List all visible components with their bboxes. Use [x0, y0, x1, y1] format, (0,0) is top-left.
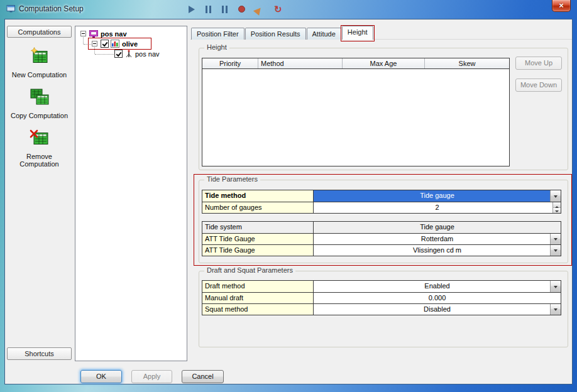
app-icon	[6, 4, 16, 16]
tab-height[interactable]: Height	[342, 26, 373, 40]
tabstrip: Position Filter Position Results Attitud…	[191, 26, 374, 40]
pause-icon	[222, 6, 228, 13]
manual-draft-row: Manual draft 0.000	[202, 292, 561, 303]
number-of-gauges-row: Number of gauges 2	[202, 202, 561, 213]
draft-method-value: Enabled	[424, 282, 449, 290]
titlebar[interactable]: Computation Setup ↻ ×	[0, 0, 577, 19]
tree-root-label: pos nav	[101, 30, 127, 38]
squat-method-dropdown[interactable]: Disabled	[314, 304, 561, 315]
draft-group-label: Draft and Squat Parameters	[204, 266, 295, 274]
tide-group-label: Tide Parameters	[204, 175, 260, 183]
collapse-icon[interactable]	[92, 41, 97, 46]
draft-table: Draft method Enabled Manual draft 0.000	[202, 280, 561, 315]
chevron-down-icon[interactable]	[550, 190, 561, 202]
background-toolbar-icons: ↻	[189, 4, 282, 14]
tide-system-header-row: Tide system Tide gauge	[202, 222, 561, 233]
att-tide-gauge-value-1: Rotterdam	[421, 235, 453, 242]
tide-system-value: Tide gauge	[314, 222, 561, 233]
col-method[interactable]: Method	[258, 58, 343, 68]
draft-method-dropdown[interactable]: Enabled	[314, 281, 561, 292]
move-down-button[interactable]: Move Down	[515, 79, 562, 92]
new-computation-button[interactable]: New Computation	[7, 46, 72, 79]
tide-system-label: Tide system	[202, 222, 314, 233]
computation-setup-dialog: Computation Setup ↻ × Computations	[0, 0, 577, 392]
manual-draft-field[interactable]: 0.000	[314, 293, 561, 303]
copy-computation-icon	[29, 99, 50, 110]
tab-height-label: Height	[348, 28, 368, 36]
height-table-body[interactable]	[202, 69, 510, 166]
olive-icon	[111, 40, 119, 50]
tide-method-dropdown[interactable]: Tide gauge	[314, 190, 561, 202]
manual-draft-value: 0.000	[429, 294, 446, 302]
draft-squat-group: Draft and Squat Parameters Draft method …	[199, 271, 568, 347]
col-max-age[interactable]: Max Age	[343, 58, 425, 68]
squat-method-row: Squat method Disabled	[202, 303, 561, 315]
tree-pos-nav-child-label: pos nav	[135, 50, 160, 58]
remove-computation-icon	[29, 140, 50, 151]
remove-computation-button[interactable]: Remove Computation	[7, 128, 72, 168]
remove-computation-label: Remove Computation	[7, 153, 72, 168]
tide-parameters-group: Tide Parameters Tide method Tide gauge N…	[199, 180, 568, 263]
height-priority-table: Priority Method Max Age Skew	[202, 58, 510, 166]
att-tide-gauge-dropdown-1[interactable]: Rotterdam	[314, 234, 561, 244]
att-tide-gauge-dropdown-2[interactable]: Vlissingen cd m	[314, 245, 561, 256]
att-tide-gauge-label-2: ATT Tide Gauge	[202, 245, 314, 256]
number-of-gauges-value: 2	[435, 204, 439, 211]
chevron-down-icon[interactable]	[550, 234, 561, 244]
cancel-button[interactable]: Cancel	[182, 370, 224, 383]
spin-up-icon[interactable]	[553, 202, 561, 208]
number-of-gauges-field[interactable]: 2	[314, 202, 561, 213]
tree-node-pos-nav-child[interactable]: pos nav	[75, 49, 187, 59]
att-tide-gauge-row-2: ATT Tide Gauge Vlissingen cd m	[202, 244, 561, 256]
close-button[interactable]: ×	[552, 0, 571, 12]
tab-position-filter[interactable]: Position Filter	[191, 28, 245, 40]
spin-down-icon[interactable]	[553, 208, 561, 213]
tide-method-table: Tide method Tide gauge Number of gauges …	[202, 190, 561, 214]
move-up-button[interactable]: Move Up	[515, 57, 562, 70]
apply-button[interactable]: Apply	[131, 370, 172, 383]
computations-panel: Computations New Computation	[7, 26, 72, 360]
tide-method-value: Tide gauge	[420, 192, 454, 199]
height-group: Height Priority Method Max Age Skew Move…	[199, 48, 568, 170]
att-tide-gauge-value-2: Vlissingen cd m	[413, 246, 461, 254]
draft-method-row: Draft method Enabled	[202, 281, 561, 292]
record-icon	[238, 6, 245, 13]
new-computation-label: New Computation	[7, 71, 72, 79]
new-computation-icon	[29, 58, 50, 69]
quantity-stepper[interactable]	[552, 202, 561, 213]
tide-gauges-table: Tide system Tide gauge ATT Tide Gauge Ro…	[202, 221, 561, 256]
refresh-icon: ↻	[274, 5, 282, 14]
dialog-client-area: Computations New Computation	[4, 19, 573, 384]
pause-icon	[206, 6, 211, 13]
annotation-olive	[88, 38, 151, 50]
att-tide-gauge-label-1: ATT Tide Gauge	[202, 234, 314, 244]
tab-attitude[interactable]: Attitude	[307, 28, 341, 40]
col-skew[interactable]: Skew	[425, 58, 509, 68]
chevron-down-icon[interactable]	[550, 304, 561, 315]
chevron-down-icon[interactable]	[550, 281, 561, 292]
tree-node-olive[interactable]: olive	[75, 39, 187, 49]
play-icon	[189, 6, 195, 13]
col-priority[interactable]: Priority	[202, 58, 258, 68]
olive-checkbox[interactable]	[101, 40, 109, 48]
collapse-icon[interactable]	[80, 31, 86, 36]
tide-method-row: Tide method Tide gauge	[202, 190, 561, 202]
ok-button[interactable]: OK	[80, 370, 122, 383]
settings-panel: Position Filter Position Results Attitud…	[190, 26, 572, 361]
tide-method-label: Tide method	[202, 190, 314, 202]
height-group-label: Height	[204, 43, 229, 51]
squat-method-label: Squat method	[202, 304, 314, 315]
tab-position-results[interactable]: Position Results	[245, 28, 306, 40]
shortcuts-button[interactable]: Shortcuts	[7, 347, 72, 360]
chevron-down-icon[interactable]	[550, 245, 561, 256]
computations-header-button[interactable]: Computations	[7, 26, 72, 38]
copy-computation-button[interactable]: Copy Computation	[7, 87, 72, 119]
window-title: Computation Setup	[19, 4, 84, 13]
tree-node-pos-nav-root[interactable]: pos nav	[75, 29, 187, 39]
att-tide-gauge-row-1: ATT Tide Gauge Rotterdam	[202, 233, 561, 244]
computation-tree[interactable]: pos nav olive pos nav	[75, 26, 187, 361]
manual-draft-label: Manual draft	[202, 293, 314, 303]
pos-nav-checkbox[interactable]	[114, 50, 123, 58]
pointer-icon	[253, 3, 266, 16]
draft-method-label: Draft method	[202, 281, 314, 292]
